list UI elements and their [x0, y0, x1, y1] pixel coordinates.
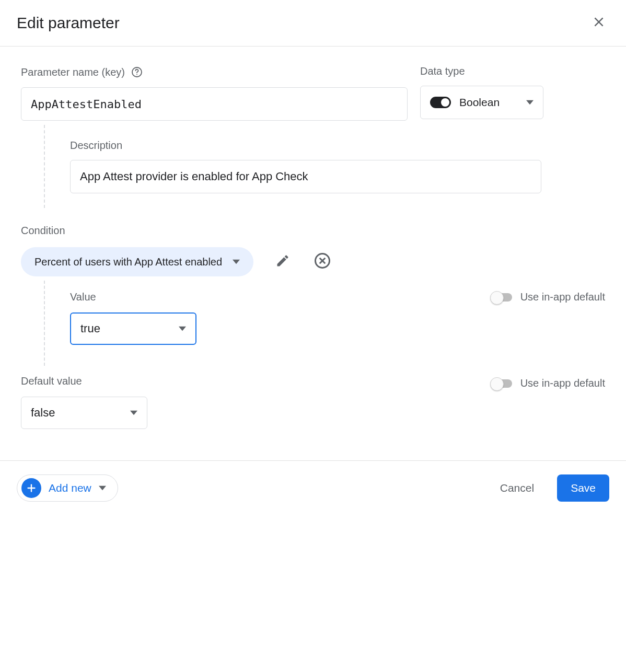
- cancel-button[interactable]: Cancel: [492, 477, 542, 500]
- description-input[interactable]: [70, 160, 541, 193]
- edit-condition-button[interactable]: [272, 251, 293, 272]
- param-name-label-text: Parameter name (key): [21, 66, 125, 78]
- dialog-header: Edit parameter: [0, 0, 626, 47]
- condition-value-text: true: [80, 322, 100, 335]
- chevron-down-icon: [233, 258, 240, 265]
- data-type-field: Data type Boolean: [420, 65, 605, 121]
- description-block: Description: [44, 125, 605, 208]
- condition-value-select[interactable]: true: [70, 312, 196, 345]
- param-name-field: Parameter name (key): [21, 65, 408, 121]
- default-value-label: Default value: [21, 375, 147, 387]
- data-type-label: Data type: [420, 65, 605, 77]
- condition-inapp-label: Use in-app default: [520, 291, 605, 303]
- data-type-value: Boolean: [459, 96, 500, 109]
- boolean-icon: [430, 97, 451, 108]
- description-label: Description: [70, 140, 605, 152]
- svg-point-3: [136, 74, 137, 75]
- default-value-select[interactable]: false: [21, 397, 147, 429]
- condition-inapp-switch[interactable]: [491, 293, 512, 302]
- add-new-label: Add new: [49, 482, 91, 494]
- chevron-down-icon: [526, 99, 534, 106]
- chevron-down-icon: [130, 409, 137, 416]
- condition-inapp-toggle: Use in-app default: [491, 291, 605, 303]
- dialog-footer: Add new Cancel Save: [0, 460, 626, 515]
- condition-value-label: Value: [70, 291, 196, 303]
- add-new-button[interactable]: Add new: [17, 474, 118, 502]
- default-inapp-toggle: Use in-app default: [491, 377, 605, 389]
- dialog-title: Edit parameter: [17, 14, 120, 32]
- default-inapp-label: Use in-app default: [520, 377, 605, 389]
- data-type-select[interactable]: Boolean: [420, 86, 543, 119]
- chevron-down-icon: [179, 325, 186, 332]
- default-value-row: Default value false Use in-app default: [21, 375, 605, 429]
- param-name-input[interactable]: [21, 87, 408, 121]
- default-value-text: false: [31, 406, 55, 420]
- dialog-body: Parameter name (key) Data type: [0, 47, 626, 460]
- chevron-down-icon: [99, 484, 106, 492]
- edit-parameter-dialog: Edit parameter Parameter name (key): [0, 0, 626, 515]
- condition-chip-text: Percent of users with App Attest enabled: [34, 256, 222, 268]
- pencil-icon: [275, 253, 290, 270]
- condition-chip[interactable]: Percent of users with App Attest enabled: [21, 247, 253, 276]
- help-icon[interactable]: [130, 65, 144, 79]
- close-icon: [592, 15, 606, 31]
- default-inapp-switch[interactable]: [491, 379, 512, 388]
- remove-condition-button[interactable]: [312, 251, 333, 272]
- condition-value-block: Value true Use in-app default: [44, 281, 605, 366]
- plus-icon: [21, 478, 41, 498]
- close-circle-icon: [313, 251, 332, 272]
- close-button[interactable]: [588, 13, 609, 33]
- condition-label: Condition: [21, 225, 605, 237]
- save-button[interactable]: Save: [557, 474, 609, 502]
- param-name-label: Parameter name (key): [21, 65, 408, 79]
- condition-row: Percent of users with App Attest enabled: [21, 247, 605, 276]
- param-row: Parameter name (key) Data type: [21, 65, 605, 121]
